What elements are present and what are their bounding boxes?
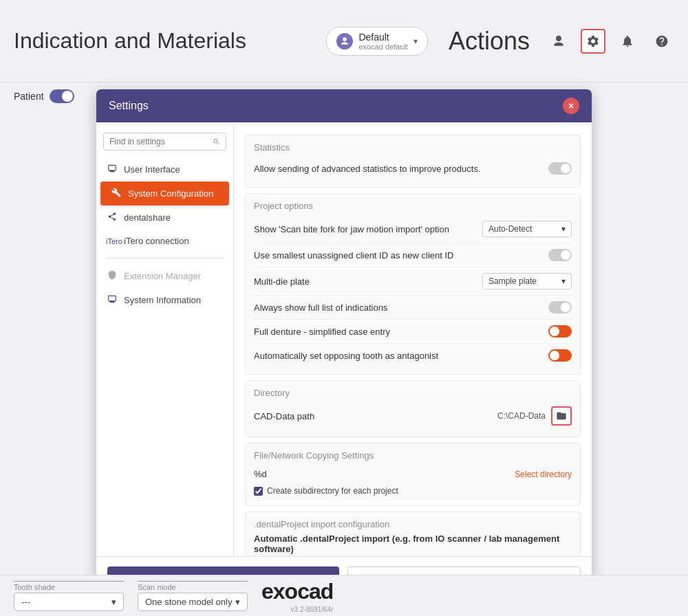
settings-search-input[interactable] — [109, 137, 208, 146]
full-denture-toggle[interactable] — [548, 325, 572, 338]
project-row2: Use smallest unassigned client ID as new… — [254, 243, 572, 267]
chevron-down-icon: ▾ — [413, 36, 418, 46]
project-row5: Full denture - simplified case entry — [254, 320, 572, 344]
project-label2: Use smallest unassigned client ID as new… — [254, 250, 548, 261]
statistics-row1: Allow sending of advanced statistics to … — [254, 157, 572, 180]
multi-die-chevron: ▾ — [561, 276, 566, 286]
gear-icon-button[interactable] — [581, 29, 605, 54]
project-label1: Show 'Scan bite fork for jaw motion impo… — [254, 224, 482, 234]
statistics-title: Statistics — [254, 142, 572, 153]
scan-mode-group: Scan mode One stone model only ▾ — [138, 581, 248, 611]
file-network-path-row: %d Select directory — [254, 465, 572, 483]
nav-divider — [106, 258, 224, 258]
profile-text: Default exocad default — [358, 32, 408, 51]
actions-label: Actions — [449, 27, 530, 56]
cad-data-value: C:\CAD-Data — [497, 411, 546, 421]
subdirectory-checkbox[interactable] — [254, 487, 263, 496]
sidebar-item-itero[interactable]: iTero iTero connection — [96, 230, 233, 252]
itero-icon: iTero — [106, 237, 118, 245]
actions-section: Actions — [449, 27, 674, 56]
dental-project-title: .dentalProject import configuration — [254, 519, 572, 529]
statistics-toggle1[interactable] — [548, 162, 572, 175]
exocad-logo: exocad — [261, 579, 333, 604]
client-id-toggle[interactable] — [548, 249, 572, 261]
modal-title: Settings — [109, 100, 149, 112]
settings-modal: Settings × User Inter — [96, 89, 592, 605]
project-label4: Always show full list of indications — [254, 302, 548, 313]
modal-body: User Interface System Configuration — [96, 122, 592, 556]
subdirectory-label: Create subdirectory for each project — [267, 486, 398, 496]
directory-section: Directory CAD-Data path C:\CAD-Data — [245, 380, 581, 437]
wrench-icon — [110, 188, 122, 199]
select-directory-link[interactable]: Select directory — [515, 470, 572, 479]
multi-die-value: Sample plate — [488, 276, 537, 286]
scan-mode-label: Scan mode — [138, 581, 248, 591]
profile-icon — [336, 33, 353, 50]
top-bar: Indication and Materials Default exocad … — [0, 0, 688, 82]
modal-close-button[interactable]: × — [563, 98, 579, 114]
monitor-icon — [106, 164, 118, 175]
sidebar-label-itero: iTero connection — [124, 236, 189, 246]
full-list-toggle[interactable] — [548, 301, 572, 314]
sidebar-item-user-interface[interactable]: User Interface — [96, 157, 233, 182]
statistics-section: Statistics Allow sending of advanced sta… — [245, 135, 581, 188]
project-options-title: Project options — [254, 201, 572, 211]
statistics-label1: Allow sending of advanced statistics to … — [254, 164, 548, 174]
sidebar-item-system-information[interactable]: System Information — [96, 288, 233, 312]
dental-project-section: .dentalProject import configuration Auto… — [245, 512, 581, 556]
multi-die-select[interactable]: Sample plate ▾ — [482, 273, 572, 289]
sidebar-item-system-configuration[interactable]: System Configuration — [100, 182, 229, 206]
nav-sidebar: User Interface System Configuration — [96, 122, 234, 556]
logo-area: exocad v3.2-8691/64r — [261, 579, 333, 613]
cad-data-folder-button[interactable] — [551, 406, 572, 426]
tooth-shade-chevron: ▾ — [111, 597, 116, 607]
tooth-shade-select[interactable]: --- ▾ — [14, 593, 124, 611]
file-network-path: %d — [254, 469, 267, 479]
sidebar-item-extension-manager: Extension Manager — [96, 264, 233, 288]
jaw-motion-chevron: ▾ — [561, 224, 566, 234]
system-info-icon — [106, 294, 118, 306]
settings-modal-overlay: Settings × User Inter — [0, 82, 688, 575]
modal-header: Settings × — [96, 89, 592, 122]
scan-mode-select[interactable]: One stone model only ▾ — [138, 593, 248, 611]
file-network-section: File/Network Copying Settings %d Select … — [245, 443, 581, 506]
settings-content: Statistics Allow sending of advanced sta… — [234, 122, 592, 556]
antagonist-toggle[interactable] — [548, 349, 572, 362]
user-icon-button[interactable] — [546, 29, 571, 54]
bell-icon-button[interactable] — [615, 29, 640, 54]
subdirectory-row: Create subdirectory for each project — [254, 483, 572, 498]
sidebar-label-dentalshare: dentalshare — [124, 212, 171, 223]
shield-icon — [106, 270, 118, 282]
tooth-shade-group: Tooth shade --- ▾ — [14, 581, 124, 611]
sidebar-label-system-information: System Information — [124, 295, 201, 305]
profile-name: Default — [358, 32, 408, 43]
jaw-motion-select[interactable]: Auto-Detect ▾ — [482, 221, 572, 237]
cad-data-row: CAD-Data path C:\CAD-Data — [254, 402, 572, 430]
sidebar-item-dentalshare[interactable]: dentalshare — [96, 206, 233, 230]
sidebar-label-system-configuration: System Configuration — [128, 188, 213, 199]
version-text: v3.2-8691/64r — [291, 606, 334, 613]
search-icon — [213, 138, 220, 146]
project-label5: Full denture - simplified case entry — [254, 327, 548, 337]
jaw-motion-value: Auto-Detect — [488, 224, 532, 234]
search-box[interactable] — [103, 133, 226, 151]
dental-project-bold: Automatic .dentalProject import (e.g. fr… — [254, 534, 572, 554]
file-network-title: File/Network Copying Settings — [254, 450, 572, 461]
project-row1: Show 'Scan bite fork for jaw motion impo… — [254, 215, 572, 243]
cad-data-right: C:\CAD-Data — [497, 406, 572, 426]
tooth-shade-label: Tooth shade — [14, 581, 124, 591]
sidebar-label-user-interface: User Interface — [124, 164, 180, 175]
project-row4: Always show full list of indications — [254, 296, 572, 320]
project-options-section: Project options Show 'Scan bite fork for… — [245, 193, 581, 375]
project-row6: Automatically set opposing tooth as anta… — [254, 344, 572, 367]
app-title: Indication and Materials — [14, 28, 326, 54]
profile-selector[interactable]: Default exocad default ▾ — [326, 27, 428, 56]
project-label3: Multi-die plate — [254, 276, 482, 287]
share-icon — [106, 212, 118, 223]
project-row3: Multi-die plate Sample plate ▾ — [254, 267, 572, 296]
directory-title: Directory — [254, 388, 572, 398]
scan-mode-value: One stone model only — [145, 597, 232, 607]
scan-mode-chevron: ▾ — [235, 597, 240, 607]
sidebar-label-extension-manager: Extension Manager — [124, 271, 201, 281]
help-icon-button[interactable] — [649, 29, 674, 54]
